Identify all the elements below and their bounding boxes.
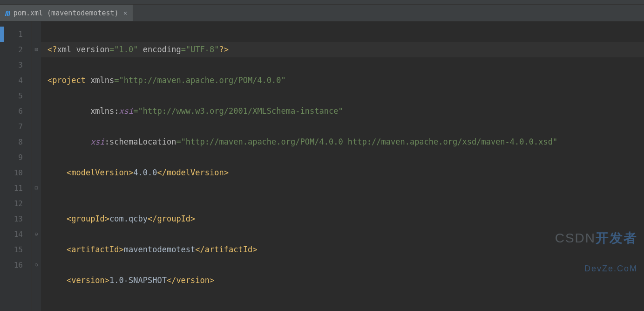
line-number: 8 [4,134,23,150]
fold-mark [32,196,41,211]
fold-mark [32,165,41,180]
code-line: <project xmlns="http://maven.apache.org/… [47,73,644,88]
line-number-gutter: 1 2 3 4 5 6 7 8 9 10 11 12 13 14 15 16 [4,21,32,311]
fold-mark [32,27,41,42]
window-top-bar [0,0,644,5]
line-number: 2 [4,42,23,57]
fold-mark [32,211,41,227]
line-number: 7 [4,119,23,134]
line-number: 13 [4,211,23,227]
fold-collapse-icon[interactable]: ⊟ [32,180,41,196]
code-line: <version>1.0-SNAPSHOT</version> [47,273,644,288]
close-icon[interactable]: × [122,9,128,17]
line-number: 6 [4,104,23,119]
fold-mark [32,88,41,104]
code-line: xsi:schemaLocation="http://maven.apache.… [47,134,644,150]
editor-tab-bar: m pom.xml (maventodemotest) × [0,5,644,21]
line-number: 11 [4,180,23,196]
watermark: CSDN开发者 DevZe.CoM [528,215,637,307]
code-area[interactable]: <?xml version="1.0" encoding="UTF-8"?> <… [41,21,644,311]
fold-mark [32,104,41,119]
fold-end-icon[interactable]: ⊖ [32,257,41,273]
line-number: 14 [4,227,23,242]
code-line: <?xml version="1.0" encoding="UTF-8"?> [41,42,644,57]
tab-label: pom.xml (maventodemotest) [14,9,119,17]
line-number: 15 [4,242,23,257]
bookmark-gutter [0,21,4,311]
line-highlight-marker [0,27,4,42]
fold-mark [32,242,41,257]
line-number: 16 [4,257,23,273]
fold-mark [32,73,41,88]
maven-file-icon: m [5,8,10,18]
code-line: <modelVersion>4.0.0</modelVersion> [47,165,644,180]
code-editor: 1 2 3 4 5 6 7 8 9 10 11 12 13 14 15 16 ⊟… [0,21,644,311]
file-tab-pom-xml[interactable]: m pom.xml (maventodemotest) × [0,5,133,21]
fold-mark [32,119,41,134]
code-line: xmlns:xsi="http://www.w3.org/2001/XMLSch… [47,104,644,119]
fold-collapse-icon[interactable]: ⊟ [32,42,41,57]
line-number: 4 [4,73,23,88]
fold-mark [32,150,41,165]
line-number: 9 [4,150,23,165]
code-line: <artifactId>maventodemotest</artifactId> [47,242,644,257]
code-line: <groupId>com.qcby</groupId> [47,211,644,227]
line-number: 10 [4,165,23,180]
line-number: 3 [4,57,23,73]
fold-end-icon[interactable]: ⊖ [32,227,41,242]
fold-mark [32,57,41,73]
fold-gutter: ⊟ ⊟ ⊖ ⊖ [32,21,41,311]
line-number: 5 [4,88,23,104]
line-number: 12 [4,196,23,211]
line-number: 1 [4,27,23,42]
fold-mark [32,134,41,150]
